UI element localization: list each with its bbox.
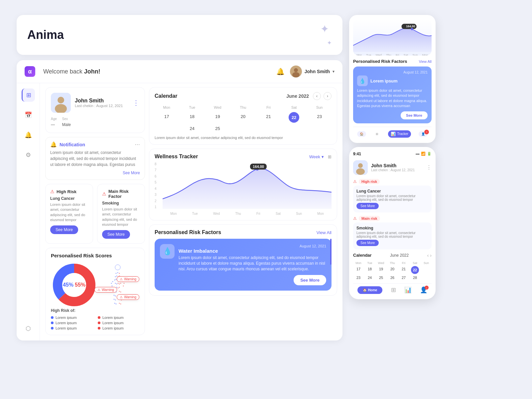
- calendar-event-text: Lorem ipsum dolor sit amet, consectetur …: [155, 136, 332, 140]
- right-column: Calendar June 2022 ‹ › M: [149, 87, 337, 335]
- phone2-cal-prev[interactable]: ‹: [427, 253, 429, 258]
- p2-day-21[interactable]: 21: [398, 266, 409, 274]
- bell-icon[interactable]: 🔔: [276, 67, 285, 75]
- calendar-grid: Mon Tue Wed Thu Fri Sat Sun 17 18 19 20: [155, 104, 332, 133]
- sidebar-item-notifications[interactable]: 🔔: [22, 128, 35, 142]
- phone2-high-risk-card: Lung Cancer Lorem ipsum dolor sit amet, …: [353, 186, 432, 212]
- p2-day-27[interactable]: 27: [398, 275, 409, 281]
- phone-nav-grid[interactable]: ⊞: [374, 131, 380, 137]
- svg-point-54: [120, 303, 121, 304]
- wellness-grid-icon[interactable]: ⊞: [328, 154, 332, 159]
- left-column: John Smith Last chekin : August 12, 2021…: [45, 87, 145, 335]
- phone2-options-icon[interactable]: ⋮: [426, 164, 432, 171]
- cal-day-19[interactable]: 19: [205, 112, 230, 123]
- svg-point-19: [116, 279, 117, 280]
- svg-point-58: [411, 28, 413, 30]
- phone-bottom-nav: 🏠 ⊞ 📊Tracker 👤 •: [353, 127, 432, 139]
- cal-header-sun: Sun: [307, 104, 332, 111]
- notification-title: Notification: [60, 142, 85, 147]
- risk-list-item: Lorem ipsum: [51, 326, 92, 330]
- x-label-wed: Wed: [213, 212, 220, 215]
- p2-nav-grid[interactable]: ⊞: [391, 286, 396, 294]
- profile-card: John Smith Last chekin : August 12, 2021…: [45, 87, 145, 133]
- cal-day-21[interactable]: 21: [256, 112, 281, 123]
- svg-point-24: [115, 283, 116, 284]
- cal-day-26[interactable]: 25: [205, 124, 230, 133]
- rf-see-more-btn[interactable]: See More: [294, 275, 326, 285]
- p2-day-24[interactable]: 24: [364, 275, 375, 281]
- phone-rf-view-all[interactable]: View All: [419, 60, 432, 64]
- svg-point-53: [119, 303, 120, 304]
- phone2-main-risk-see-more[interactable]: See More: [356, 240, 379, 246]
- p2-day-26[interactable]: 26: [387, 275, 398, 281]
- risk-factor-card: 💧 August 12, 2021 Water Imbalance Lorem …: [155, 239, 332, 291]
- p2-day-22-today[interactable]: 22: [411, 266, 419, 274]
- calendar-next-btn[interactable]: ›: [324, 92, 332, 100]
- p2-day-25[interactable]: 25: [376, 275, 386, 281]
- calendar-card: Calendar June 2022 ‹ › M: [149, 87, 337, 145]
- rf-text: Lorem ipsum dolor sit amet, consectetur …: [179, 255, 326, 272]
- sidebar-item-settings[interactable]: ⚙: [22, 148, 35, 162]
- dashboard-content: John Smith Last chekin : August 12, 2021…: [40, 83, 342, 340]
- p2-day-empty: [421, 266, 432, 274]
- p2-nav-tracker[interactable]: 📊: [404, 286, 412, 294]
- profile-notification-badge: •: [424, 130, 429, 134]
- anima-title: Anima: [27, 28, 64, 42]
- sidebar-item-grid[interactable]: ⊞: [22, 88, 35, 102]
- svg-point-43: [114, 295, 115, 296]
- phone2-time: 9:41: [353, 152, 361, 156]
- phone-chart-area: 164,00 MorTueWedThuFriSatSunMon: [353, 19, 432, 56]
- p2-day-18[interactable]: 18: [364, 266, 375, 274]
- rf-view-all[interactable]: View All: [317, 230, 332, 235]
- svg-point-52: [116, 303, 117, 304]
- cal-day-17[interactable]: 17: [155, 112, 179, 123]
- svg-point-13: [115, 276, 116, 277]
- cal-day-24[interactable]: [155, 124, 179, 133]
- sidebar-logout[interactable]: ⬡: [22, 322, 35, 335]
- anima-card: Anima ✦✦: [17, 15, 342, 55]
- donut-chart: 45% 55%: [51, 262, 97, 308]
- user-avatar-header: [290, 66, 302, 77]
- notification-see-more[interactable]: See More: [123, 171, 140, 175]
- p2-nav-profile[interactable]: 👤 •: [420, 286, 427, 294]
- p2-day-19[interactable]: 19: [376, 266, 386, 274]
- header-right: 🔔 John Smith ▾: [276, 66, 334, 77]
- svg-point-60: [358, 163, 363, 168]
- cal-day-20[interactable]: 20: [231, 112, 255, 123]
- main-risk-card: ⚠ Main Risk Factor Smoking Lorem ipsum d…: [97, 184, 145, 244]
- p2-day-20[interactable]: 20: [387, 266, 398, 274]
- phone-nav-profile[interactable]: 👤 •: [419, 131, 428, 137]
- chart-tooltip: 164,00: [250, 164, 267, 170]
- calendar-prev-btn[interactable]: ‹: [313, 92, 321, 100]
- cal-day-22-today[interactable]: 22: [289, 112, 299, 123]
- cal-day-18[interactable]: 18: [180, 112, 204, 123]
- phone-nav-home[interactable]: 🏠: [357, 131, 366, 137]
- main-risk-text: Lorem ipsum dolor sit amet, consectetur …: [102, 207, 140, 227]
- p2-day-28[interactable]: 28: [410, 275, 420, 281]
- warning-badge-2: ⚠ Warning: [94, 287, 117, 293]
- user-profile-header[interactable]: John Smith ▾: [290, 66, 334, 77]
- cal-day-25[interactable]: 24: [180, 124, 204, 133]
- wellness-period-selector[interactable]: Week ▾ ⊞: [309, 154, 332, 159]
- phone2-main-risk-section: ⚠ Main risk Smoking Lorem ipsum dolor si…: [353, 216, 432, 249]
- p2-day-23[interactable]: 23: [353, 275, 364, 281]
- notification-bell-icon: 🔔: [50, 141, 57, 148]
- p2-nav-home[interactable]: 🏠Home: [357, 286, 383, 294]
- x-label-thu: Thu: [235, 212, 241, 215]
- phone-see-more-btn[interactable]: See More: [401, 111, 428, 119]
- warning-icon-3: ⚠: [120, 295, 123, 299]
- main-risk-see-more[interactable]: See More: [102, 230, 130, 239]
- profile-options-icon[interactable]: ⋮: [133, 99, 139, 107]
- cal-day-23[interactable]: 23: [307, 112, 332, 123]
- p2-day-17[interactable]: 17: [353, 266, 364, 274]
- warning-badge-3: ⚠ Warning: [117, 294, 139, 300]
- phone2-cal-next[interactable]: ›: [430, 253, 432, 258]
- high-risk-see-more[interactable]: See More: [50, 225, 78, 234]
- phone-nav-tracker[interactable]: 📊Tracker: [388, 130, 411, 138]
- sidebar-item-calendar[interactable]: 📅: [22, 108, 35, 122]
- svg-point-25: [116, 283, 117, 284]
- svg-point-29: [112, 281, 113, 282]
- phone2-high-risk-see-more[interactable]: See More: [356, 203, 379, 209]
- age-label: Age: [51, 117, 57, 121]
- notification-options-icon[interactable]: ⋯: [135, 141, 140, 148]
